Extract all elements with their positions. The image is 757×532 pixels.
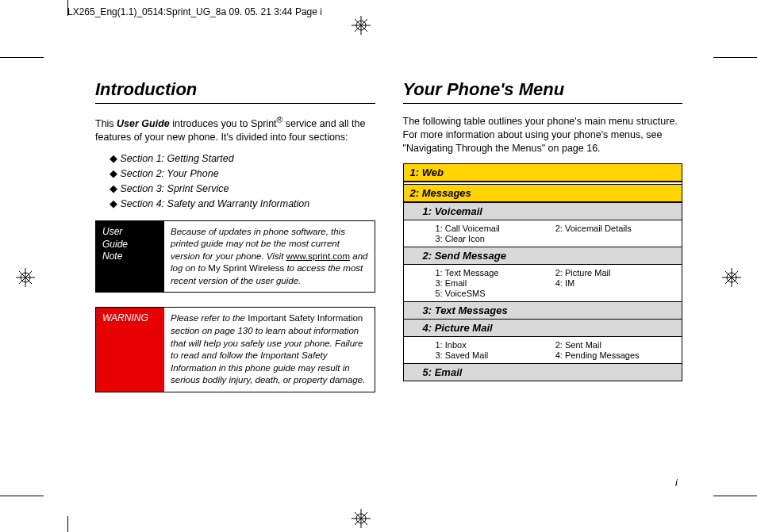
menu-row-messages: 2: Messages [404,184,682,202]
print-header: LX265_Eng(1.1)_0514:Sprint_UG_8a 09. 05.… [67,6,322,17]
crop-mark [0,57,44,58]
crop-mark [67,516,68,532]
registration-mark-icon [352,16,371,35]
page-number: i [675,477,678,488]
menu-row-email: 5: Email [404,363,682,381]
heading-rule [403,103,683,104]
menu-sub-send: 1: Text Message2: Picture Mail 3: Email4… [404,264,682,301]
note-body: Because of updates in phone software, th… [164,221,375,293]
crop-mark [713,57,757,58]
intro-paragraph: This User Guide introduces you to Sprint… [95,115,375,144]
registration-mark-icon [352,509,371,528]
menu-sub-picmail: 1: Inbox2: Sent Mail 3: Saved Mail4: Pen… [404,336,682,363]
heading-rule [95,103,375,104]
warning-label: WARNING [96,308,164,391]
page-content: Introduction This User Guide introduces … [95,79,682,407]
warning-note: WARNING Please refer to the Important Sa… [95,307,375,392]
menu-row-picmail: 4: Picture Mail [404,319,682,336]
menu-row-text: 3: Text Messages [404,301,682,319]
section-item: Section 4: Safety and Warranty Informati… [110,197,375,209]
menu-row-send: 2: Send Message [404,247,682,264]
menu-row-voicemail: 1: Voicemail [404,202,682,220]
right-column: Your Phone's Menu The following table ou… [403,79,683,407]
note-label: User Guide Note [96,221,164,293]
crop-mark [0,496,44,496]
registration-mark-icon [16,268,35,287]
crop-mark [67,0,68,16]
heading-menu: Your Phone's Menu [403,79,683,100]
warning-body: Please refer to the Important Safety Inf… [164,308,375,391]
menu-table: 1: Web 2: Messages 1: Voicemail 1: Call … [403,163,683,381]
user-guide-note: User Guide Note Because of updates in ph… [95,220,375,293]
menu-sub-voicemail: 1: Call Voicemail2: Voicemail Details 3:… [404,220,682,247]
section-item: Section 1: Getting Started [110,152,375,164]
menu-row-web: 1: Web [404,164,682,182]
registration-mark-icon [722,268,741,287]
crop-mark [713,496,757,496]
section-list: Section 1: Getting Started Section 2: Yo… [95,152,375,209]
left-column: Introduction This User Guide introduces … [95,79,375,407]
section-item: Section 2: Your Phone [110,167,375,179]
section-item: Section 3: Sprint Service [110,182,375,194]
heading-introduction: Introduction [95,79,375,100]
menu-intro: The following table outlines your phone'… [403,115,683,155]
